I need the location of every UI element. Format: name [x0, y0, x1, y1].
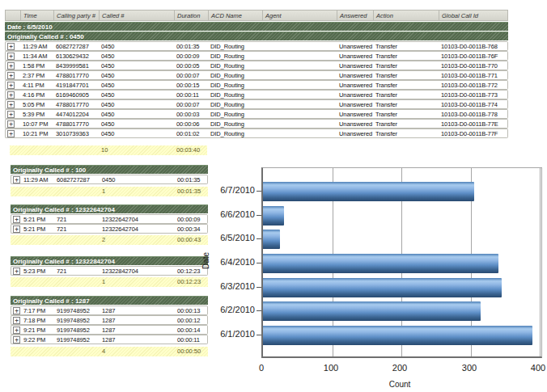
answered-cell: Unanswered — [337, 109, 374, 119]
duration-cell: 00:01:02 — [175, 129, 209, 138]
header-cell-action[interactable]: Action — [374, 10, 439, 21]
expand-button[interactable]: + — [13, 327, 20, 334]
y-axis-label: 6/6/2010 — [209, 209, 255, 219]
summary-total-duration: 00:12:23 — [176, 277, 208, 287]
header-cell-time[interactable]: Time — [21, 10, 54, 21]
called-cell: 0450 — [100, 70, 175, 80]
duration-cell: 00:00:15 — [175, 80, 209, 90]
expand-button[interactable]: + — [7, 82, 15, 89]
acd-cell: DID_Routing — [209, 119, 263, 129]
y-axis-tick — [257, 191, 261, 192]
action-cell: Transfer — [374, 41, 439, 51]
duration-cell: 00:00:14 — [176, 325, 208, 335]
header-cell-duration[interactable]: Duration — [175, 10, 209, 21]
expand-cell: + — [5, 109, 21, 119]
expand-cell: + — [11, 315, 22, 325]
called-cell: 0450 — [100, 175, 176, 184]
expand-button[interactable]: + — [7, 62, 15, 70]
x-axis-title: Count — [389, 380, 411, 389]
x-axis-tick-label: 300 — [462, 363, 477, 373]
calling-cell: 721 — [55, 214, 100, 224]
expand-button[interactable]: + — [13, 268, 20, 275]
duration-cell: 00:00:07 — [175, 70, 209, 80]
expand-button[interactable]: + — [7, 111, 15, 118]
expand-button[interactable]: + — [7, 53, 15, 60]
table-row: +5:05 PM4788017770045000:00:07DID_Routin… — [5, 99, 508, 109]
group-header: Originally Called # : 12322842704 — [11, 256, 208, 265]
header-cell-global_call_id[interactable]: Global Call Id — [439, 10, 508, 21]
table-row: +11:34 AM6130629432045000:00:09DID_Routi… — [5, 51, 508, 61]
agent-cell — [263, 80, 337, 90]
time-cell: 9:21 PM — [22, 325, 55, 335]
expand-cell: + — [5, 51, 21, 61]
answered-cell: Unanswered — [337, 119, 374, 129]
agent-cell — [263, 109, 337, 119]
time-cell: 11:29 AM — [21, 41, 54, 51]
calling-cell: 6169460905 — [54, 90, 100, 99]
duration-cell: 00:00:06 — [175, 119, 209, 129]
expand-button[interactable]: + — [7, 72, 15, 79]
agent-cell — [263, 51, 337, 61]
header-cell-calling[interactable]: Calling party # — [54, 10, 100, 21]
action-cell: Transfer — [374, 119, 439, 129]
summary-spacer — [11, 347, 100, 356]
expand-button[interactable]: + — [13, 226, 20, 233]
group-summary-row: 1000:03:40 — [10, 145, 207, 155]
summary-total-duration: 00:00:50 — [176, 347, 208, 356]
duration-cell: 00:01:35 — [175, 41, 209, 51]
time-cell: 5:05 PM — [21, 99, 54, 109]
table-row: +4:16 PM6169460905045000:00:11DID_Routin… — [5, 90, 508, 99]
expand-button[interactable]: + — [13, 336, 20, 344]
expand-button[interactable]: + — [13, 176, 20, 183]
expand-button[interactable]: + — [7, 43, 15, 50]
calling-cell: 4788017770 — [54, 119, 100, 129]
global_call_id-cell: 10103-D0-0011B-771 — [439, 70, 508, 80]
table-row: +9:22 PM9199748952128700:00:11 — [11, 335, 208, 344]
y-axis-title: Date — [201, 252, 210, 269]
global_call_id-cell: 10103-D0-0011B-768 — [439, 41, 508, 51]
answered-cell: Unanswered — [337, 51, 374, 61]
calls-by-date-chart: 6/7/20106/6/20106/5/20106/4/20106/3/2010… — [209, 158, 547, 392]
agent-cell — [263, 61, 337, 70]
expand-cell: + — [11, 266, 22, 276]
table-row: +1:58 PM8439999581045000:00:05DID_Routin… — [5, 61, 508, 70]
expand-button[interactable]: + — [13, 216, 20, 223]
agent-cell — [263, 129, 337, 138]
expand-cell: + — [5, 129, 21, 138]
x-axis-tick-label: 100 — [324, 363, 338, 373]
header-cell-acd[interactable]: ACD Name — [209, 10, 263, 21]
y-axis-tick — [257, 215, 261, 216]
expand-button[interactable]: + — [7, 91, 15, 99]
time-cell: 4:11 PM — [21, 80, 54, 90]
table-row: +9:21 PM9199748952128700:00:14 — [11, 325, 208, 335]
called-cell: 1287 — [100, 335, 176, 344]
expand-button[interactable]: + — [7, 120, 15, 128]
global_call_id-cell: 10103-D0-0011B-770 — [439, 61, 508, 70]
agent-cell — [263, 70, 337, 80]
answered-cell: Unanswered — [337, 129, 374, 138]
time-cell: 7:17 PM — [22, 306, 55, 315]
time-cell: 9:22 PM — [22, 335, 55, 344]
expand-cell: + — [5, 90, 21, 99]
table-row: +2:37 PM4788017770045000:00:07DID_Routin… — [5, 70, 508, 80]
global_call_id-cell: 10103-D0-0011B-778 — [439, 109, 508, 119]
action-cell: Transfer — [374, 109, 439, 119]
group-summary-row: 100:12:23 — [11, 277, 208, 287]
duration-cell: 00:00:09 — [176, 214, 208, 224]
calling-cell: 721 — [55, 266, 100, 276]
expand-button[interactable]: + — [7, 101, 15, 108]
bar-6-6-2010 — [263, 206, 284, 226]
expand-button[interactable]: + — [13, 317, 20, 324]
header-cell-called[interactable]: Called # — [100, 10, 175, 21]
header-cell-agent[interactable]: Agent — [263, 10, 337, 21]
expand-cell: + — [11, 175, 22, 184]
gridline — [540, 168, 541, 356]
x-axis-tick-label: 0 — [259, 363, 264, 373]
expand-cell: + — [11, 224, 22, 234]
acd-cell: DID_Routing — [209, 41, 263, 51]
expand-button[interactable]: + — [13, 307, 20, 314]
expand-cell: + — [5, 61, 21, 70]
expand-button[interactable]: + — [7, 130, 15, 137]
expand-cell: + — [11, 325, 22, 335]
header-cell-answered[interactable]: Answered — [337, 10, 374, 21]
